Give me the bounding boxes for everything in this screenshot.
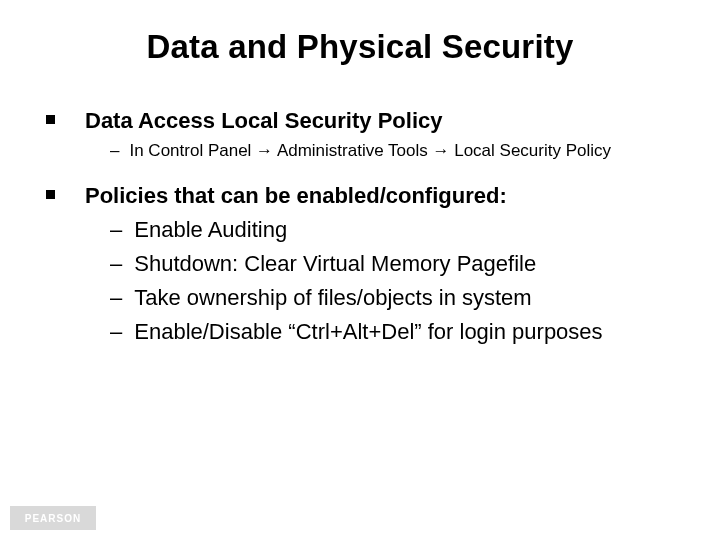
policy-text: Take ownership of files/objects in syste… <box>134 282 531 314</box>
policy-item: – Shutdown: Clear Virtual Memory Pagefil… <box>46 248 680 280</box>
policy-item: – Enable/Disable “Ctrl+Alt+Del” for logi… <box>46 316 680 348</box>
section2-heading: Policies that can be enabled/configured: <box>85 181 507 211</box>
dash-icon: – <box>110 316 122 348</box>
slide: Data and Physical Security Data Access L… <box>0 0 720 540</box>
bullet-item-2: Policies that can be enabled/configured: <box>46 181 680 211</box>
dash-icon: – <box>110 140 119 163</box>
square-bullet-icon <box>46 190 55 199</box>
slide-title: Data and Physical Security <box>40 28 680 66</box>
pearson-logo-text: PEARSON <box>25 513 81 524</box>
section1-sub: In Control Panel → Administrative Tools … <box>129 140 611 163</box>
sub-item-1: – In Control Panel → Administrative Tool… <box>46 140 680 163</box>
policy-item: – Take ownership of files/objects in sys… <box>46 282 680 314</box>
policy-text: Shutdown: Clear Virtual Memory Pagefile <box>134 248 536 280</box>
bullet-item-1: Data Access Local Security Policy <box>46 106 680 136</box>
dash-icon: – <box>110 214 122 246</box>
dash-icon: – <box>110 248 122 280</box>
policy-text: Enable Auditing <box>134 214 287 246</box>
slide-content: Data Access Local Security Policy – In C… <box>40 106 680 348</box>
dash-icon: – <box>110 282 122 314</box>
square-bullet-icon <box>46 115 55 124</box>
policy-item: – Enable Auditing <box>46 214 680 246</box>
pearson-logo: PEARSON <box>10 506 96 530</box>
policy-text: Enable/Disable “Ctrl+Alt+Del” for login … <box>134 316 602 348</box>
section1-heading: Data Access Local Security Policy <box>85 106 442 136</box>
